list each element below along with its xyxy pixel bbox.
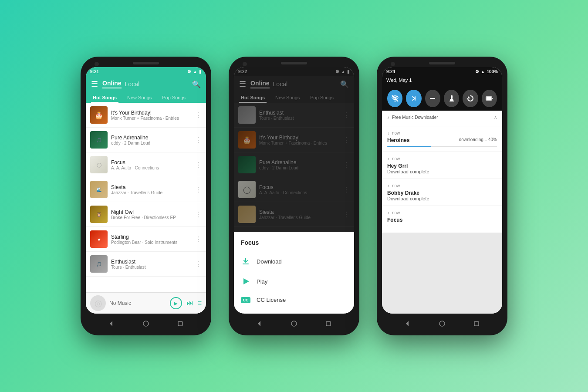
battery-icon: 100%: [487, 69, 498, 74]
context-cc-item[interactable]: CC CC License: [234, 291, 354, 308]
notif-time-header: ♪ now: [387, 210, 497, 215]
context-menu-overlay: Focus Download Play: [234, 67, 354, 314]
album-art: 🎵: [90, 255, 108, 273]
song-artist: Monk Turner + Fascinoma · Entries: [111, 116, 191, 121]
more-icon[interactable]: ⋮: [195, 136, 202, 144]
song-title: Focus: [111, 159, 191, 166]
album-art: 🎵: [90, 131, 108, 149]
phone-2-speaker: [281, 62, 307, 64]
svg-point-7: [394, 101, 395, 102]
notif-app-header: ♪ Free Music Downloader ∧: [382, 111, 502, 126]
phone-1-nav-bar: [86, 317, 206, 330]
new-songs-tab[interactable]: New Songs: [125, 92, 153, 103]
phone-3-date-bar: Wed, May 1: [382, 76, 502, 86]
vpn-icon: ⚙: [475, 69, 479, 74]
cc-label: CC License: [257, 297, 286, 303]
cc-icon: CC: [241, 297, 250, 303]
more-icon[interactable]: ⋮: [195, 260, 202, 268]
list-item[interactable]: 🦉 Night Owl Broke For Free · Directionle…: [86, 202, 206, 227]
song-title: Pure Adrenaline: [111, 135, 191, 141]
hot-songs-tab[interactable]: Hot Songs: [91, 92, 118, 103]
search-icon[interactable]: 🔍: [192, 80, 201, 88]
notif-time-label: now: [392, 156, 400, 161]
home-button[interactable]: [289, 319, 299, 328]
dnd-toggle[interactable]: [425, 90, 440, 107]
vpn-icon: ⚙: [187, 69, 191, 74]
menu-icon[interactable]: ☰: [91, 79, 98, 89]
context-menu-title: Focus: [234, 237, 354, 251]
music-note-icon: ♪: [387, 210, 389, 215]
svg-rect-2: [178, 321, 182, 326]
svg-marker-15: [406, 321, 409, 326]
download-progress-bar: [387, 146, 497, 147]
download-progress-text: downloading... 40%: [459, 137, 497, 143]
list-item[interactable]: ★ Starling Podington Bear · Solo Instrum…: [86, 227, 206, 252]
download-icon: [241, 257, 250, 266]
recents-button[interactable]: [176, 319, 185, 328]
svg-rect-14: [487, 97, 491, 100]
back-button[interactable]: [107, 319, 116, 328]
play-icon: [241, 277, 250, 286]
rotate-toggle[interactable]: [463, 90, 478, 107]
play-button[interactable]: ▶: [170, 297, 182, 309]
phone-1-time: 9:21: [90, 69, 99, 74]
more-icon[interactable]: ⋮: [195, 210, 202, 219]
more-icon[interactable]: ⋮: [195, 235, 202, 243]
pop-songs-tab[interactable]: Pop Songs: [160, 92, 187, 103]
music-disc-icon: ◎: [95, 298, 102, 308]
phone-1-speaker: [133, 62, 159, 64]
next-button[interactable]: ⏭: [186, 299, 193, 307]
more-icon[interactable]: ⋮: [195, 111, 202, 119]
phone-1-screen: 9:21 ⚙ ▲ ▮ ☰ Online Local 🔍 Hot Songs Ne…: [86, 67, 206, 314]
list-item[interactable]: 🎵 Pure Adrenaline eddy · 2 Damn Loud ⋮: [86, 128, 206, 152]
notif-bobby-drake[interactable]: ♪ now Bobby Drake Download complete: [382, 179, 502, 206]
home-button[interactable]: [437, 319, 447, 328]
notif-focus[interactable]: ♪ now Focus ·: [382, 206, 502, 233]
more-icon[interactable]: ⋮: [195, 186, 202, 194]
song-title: Enthusiast: [111, 259, 191, 265]
battery-saver-toggle[interactable]: [482, 90, 497, 107]
phone-1-status-bar: 9:21 ⚙ ▲ ▮: [86, 67, 206, 76]
context-play-item[interactable]: Play: [234, 271, 354, 291]
svg-point-16: [439, 321, 445, 326]
nav-tabs: Online Local: [102, 80, 188, 88]
song-title: Siesta: [111, 184, 191, 190]
phone-1-camera: [95, 62, 99, 66]
back-button[interactable]: [255, 319, 264, 328]
svg-rect-6: [326, 321, 331, 326]
wifi-off-toggle[interactable]: [387, 90, 402, 107]
phone-1-song-list: 🎂 It's Your Birthday! Monk Turner + Fasc…: [86, 103, 206, 292]
list-item[interactable]: 🎂 It's Your Birthday! Monk Turner + Fasc…: [86, 103, 206, 128]
phone-2-camera: [243, 62, 247, 66]
list-item[interactable]: 🌊 Siesta Jahzzar · Traveller's Guide ⋮: [86, 177, 206, 202]
song-info: Starling Podington Bear · Solo Instrumen…: [111, 234, 191, 245]
online-tab[interactable]: Online: [102, 80, 122, 88]
back-button[interactable]: [403, 319, 412, 328]
list-item[interactable]: 🎵 Enthusiast Tours · Enthusiast ⋮: [86, 252, 206, 277]
expand-icon[interactable]: ∧: [494, 115, 497, 120]
phone-3-nav-bar: [382, 317, 502, 330]
recents-button[interactable]: [324, 319, 333, 328]
flashlight-toggle[interactable]: [444, 90, 459, 107]
phone-3-camera: [391, 62, 395, 66]
recents-button[interactable]: [472, 319, 481, 328]
bluetooth-toggle[interactable]: [406, 90, 421, 107]
notif-time-label: now: [392, 183, 400, 188]
notif-downloading[interactable]: ↓ now Heroines downloading... 40%: [382, 126, 502, 152]
album-art: 🌊: [90, 181, 108, 198]
phone-1-status-icons: ⚙ ▲ ▮: [187, 69, 202, 74]
song-title: Starling: [111, 234, 191, 240]
phone-3-status-icons: ⚙ ▲ 100%: [475, 69, 498, 74]
date-label: Wed, May 1: [386, 78, 412, 83]
notif-hey-grrl[interactable]: ♪ now Hey Grrl Download complete: [382, 152, 502, 179]
more-icon[interactable]: ⋮: [195, 161, 202, 169]
svg-point-5: [291, 321, 297, 326]
progress-fill: [387, 146, 431, 147]
queue-icon[interactable]: ≡: [198, 299, 202, 307]
notif-time-header: ↓ now: [387, 131, 497, 135]
context-download-item[interactable]: Download: [234, 251, 354, 271]
list-item[interactable]: ◯ Focus A. A. Aalto · Connections ⋮: [86, 152, 206, 177]
home-button[interactable]: [141, 319, 151, 328]
local-tab[interactable]: Local: [125, 81, 139, 88]
phone-1-top-bar: [86, 62, 206, 64]
